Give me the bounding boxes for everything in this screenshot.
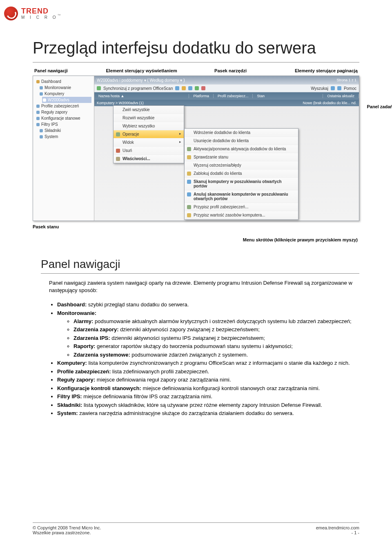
ctx-item[interactable]: Wybierz wszystko: [114, 122, 184, 130]
callout-toolbar: Pasek narzędzi: [206, 68, 286, 73]
submenu-item[interactable]: Zablokuj dodatki do klienta: [185, 170, 298, 178]
help-icon[interactable]: [337, 86, 341, 90]
submenu-item[interactable]: Przypisz profil zabezpieczeń...: [185, 203, 298, 211]
search-icon[interactable]: [331, 86, 335, 90]
list-item: Zdarzenia zapory: dzienniki aktywności z…: [74, 326, 359, 333]
group-path: Komputery > W2000advs (1): [97, 101, 144, 105]
callout-shortcut-menu: Menu skrótów (kliknięcie prawym przycisk…: [33, 237, 359, 242]
callout-nav-panel: Panel nawigacji: [34, 68, 106, 73]
nav-state-configs[interactable]: Konfiguracje stanowe: [36, 115, 91, 121]
page-title: Przegląd interfejsu dodatku do serwera: [33, 38, 359, 58]
nav-security-profiles[interactable]: Profile zabezpieczeń: [36, 103, 91, 109]
tool-icon[interactable]: [195, 86, 199, 90]
list-item: Komputery: lista komputerów zsynchronizo…: [57, 359, 359, 367]
nav-system[interactable]: System: [36, 134, 91, 140]
submenu-item[interactable]: Sprawdzanie stanu: [185, 153, 298, 161]
tool-icon[interactable]: [175, 86, 179, 90]
col-profile[interactable]: Profil zabezpiecz...: [214, 94, 253, 98]
bullet-list: Dashboard: szybki przegląd stanu dodatku…: [57, 301, 359, 417]
intro-paragraph: Panel nawigacji zawiera system nawigacji…: [0, 279, 392, 294]
tool-icon[interactable]: [188, 86, 192, 90]
list-item: Filtry IPS: miejsce definiowania filtrów…: [57, 393, 359, 400]
help-label[interactable]: Pomoc: [344, 86, 356, 91]
col-hostname[interactable]: Nazwa hosta ▲: [94, 94, 189, 98]
context-submenu: Wdrożenie dodatków do klientaUsunięcie d…: [184, 128, 298, 220]
col-lastupdate[interactable]: Ostatnia aktualiz: [323, 94, 359, 98]
submenu-item[interactable]: Przypisz wartość zasobów komputera...: [185, 211, 298, 219]
context-menu: Zwiń wszystkieRozwiń wszystkieWybierz ws…: [113, 105, 184, 163]
ctx-item[interactable]: Operacje: [114, 130, 184, 138]
list-item: Raporty: generator raportów służący do t…: [74, 343, 359, 350]
divider: [33, 522, 359, 523]
ctx-item[interactable]: Usuń: [114, 147, 184, 155]
copyright: © Copyright 2008 Trend Micro Inc.: [33, 525, 101, 530]
swirl-icon: [4, 7, 18, 20]
callout-display-control: Element sterujący wyświetlaniem: [106, 68, 206, 73]
list-item: Zdarzenia IPS: dzienniki aktywności syst…: [74, 335, 359, 342]
ctx-item[interactable]: Właściwości...: [114, 155, 184, 163]
list-item: Zdarzenia systemowe: podsumowanie zdarze…: [74, 351, 359, 359]
page-number: - 1 -: [316, 530, 359, 535]
divider: [41, 273, 359, 274]
page-footer: © Copyright 2008 Trend Micro Inc. Wszelk…: [0, 525, 392, 535]
brand-name: TREND: [21, 7, 58, 15]
nav-computers[interactable]: Komputery: [36, 91, 91, 97]
pagination-control[interactable]: Strona 1 z 1: [336, 78, 356, 82]
brand-sub: M I C R O: [21, 16, 58, 20]
submenu-item[interactable]: Aktywacja/ponowna aktywacja dodatków do …: [185, 145, 298, 153]
ctx-item[interactable]: Widok: [114, 138, 184, 147]
display-control[interactable]: W2000advs i poddomeny ▾ ( Według domeny …: [97, 78, 185, 83]
sync-button[interactable]: Synchronizuj z programem OfficeScan: [103, 86, 173, 91]
callout-pagination: Elementy sterujące paginacją: [286, 68, 358, 73]
nav-ips-filters[interactable]: Filtry IPS: [36, 121, 91, 127]
callout-task-panel: Panel zadań: [367, 104, 392, 109]
footer-url: emea.trendmicro.com: [316, 525, 359, 530]
sync-icon[interactable]: [97, 86, 101, 90]
delete-icon[interactable]: [201, 86, 205, 90]
nav-computer-selected[interactable]: W2000advs: [42, 97, 91, 103]
search-label[interactable]: Wyszukaj: [311, 86, 328, 91]
section-title: Panel nawigacji: [0, 250, 392, 272]
list-item: Dashboard: szybki przegląd stanu dodatku…: [57, 301, 359, 308]
ctx-item[interactable]: Rozwiń wszystkie: [114, 114, 184, 122]
ctx-item[interactable]: Zwiń wszystkie: [114, 106, 184, 114]
divider: [33, 62, 359, 62]
submenu-item[interactable]: Wdrożenie dodatków do klienta: [185, 129, 298, 137]
col-platform[interactable]: Platforma: [189, 94, 214, 98]
nav-monitoring[interactable]: Monitorowanie: [36, 85, 91, 91]
list-item: Konfiguracje kontroli stanowych: miejsce…: [57, 385, 359, 392]
submenu-item[interactable]: Anuluj skanowanie komputerów w poszukiwa…: [185, 190, 298, 203]
list-item: Składniki: lista typowych składników, kt…: [57, 402, 359, 409]
tool-icon[interactable]: [182, 86, 186, 90]
col-state[interactable]: Stan: [253, 94, 323, 98]
screenshot-toolbar: Synchronizuj z programem OfficeScan Wysz…: [94, 84, 359, 92]
list-item: Monitorowanie:Alarmy: podsumowanie aktua…: [57, 310, 359, 359]
submenu-item[interactable]: Usunięcie dodatków do klienta: [185, 137, 298, 145]
grid-header[interactable]: Nazwa hosta ▲ Platforma Profil zabezpiec…: [94, 92, 359, 100]
list-item: System: zawiera narzędzia administracyjn…: [57, 410, 359, 417]
nav-dashboard[interactable]: Dashboard: [36, 78, 91, 85]
list-item: Profile zabezpieczeń: lista zdefiniowany…: [57, 368, 359, 375]
callout-status-bar: Pasek stanu: [33, 224, 359, 229]
screenshot-nav-panel: Dashboard Monitorowanie Komputery W2000a…: [33, 76, 94, 221]
rights: Wszelkie prawa zastrzeżone.: [33, 530, 101, 535]
list-item: Reguły zapory: miejsce definiowania regu…: [57, 376, 359, 384]
nav-components[interactable]: Składniki: [36, 127, 91, 134]
brand-logo: TREND M I C R O: [0, 4, 392, 23]
list-item: Alarmy: podsumowanie aktualnych alarmów …: [74, 318, 359, 325]
submenu-item[interactable]: Wyzeruj ostrzeżenia/błędy: [185, 161, 298, 170]
submenu-item[interactable]: Skanuj komputery w poszukiwaniu otwartyc…: [185, 178, 298, 190]
group-status: Nowe (brak dodatku do klie... nd.: [303, 101, 356, 105]
nav-firewall-rules[interactable]: Reguły zapory: [36, 109, 91, 115]
interface-diagram: Panel nawigacji Element sterujący wyświe…: [33, 68, 359, 242]
